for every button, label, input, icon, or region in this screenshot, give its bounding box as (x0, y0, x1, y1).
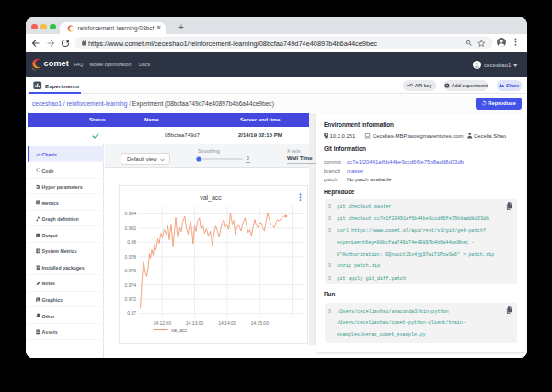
svg-text:0.974: 0.974 (124, 282, 136, 288)
svg-text:0.97: 0.97 (127, 310, 136, 316)
svg-text:0.984: 0.984 (124, 211, 136, 216)
svg-text:14:14:00: 14:14:00 (218, 320, 236, 326)
svg-text:14:13:00: 14:13:00 (186, 320, 204, 326)
svg-text:14:15:00: 14:15:00 (250, 320, 269, 326)
svg-text:0.976: 0.976 (124, 268, 136, 273)
svg-text:14:12:00: 14:12:00 (153, 320, 171, 326)
svg-text:val_acc: val_acc (200, 194, 222, 202)
svg-text:0.982: 0.982 (124, 225, 136, 231)
svg-text:val_acc: val_acc (171, 328, 187, 333)
svg-text:0.972: 0.972 (124, 296, 136, 302)
svg-text:0.98: 0.98 (127, 239, 136, 245)
svg-text:0.978: 0.978 (124, 254, 136, 259)
